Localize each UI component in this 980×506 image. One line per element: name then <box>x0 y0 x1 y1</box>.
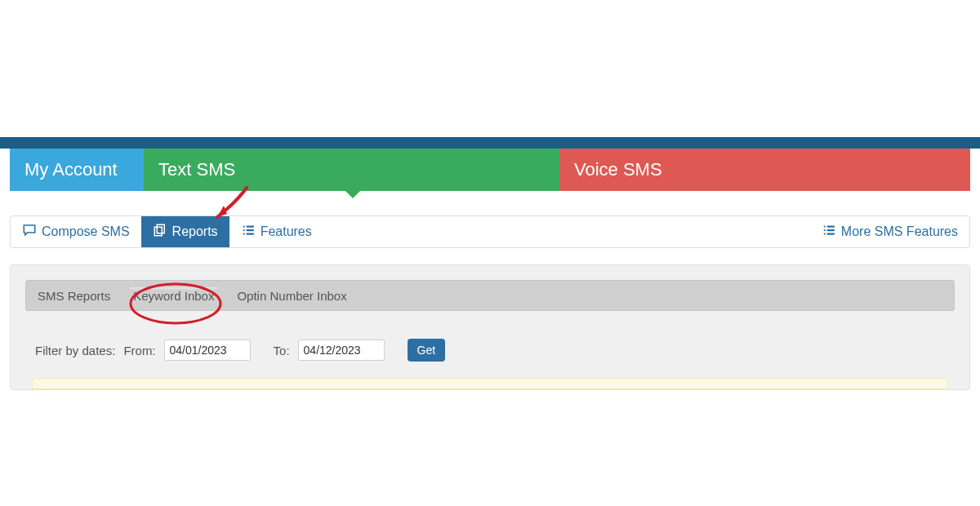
more-sms-features-label: More SMS Features <box>841 224 958 239</box>
from-label: From: <box>123 344 155 357</box>
tab-my-account-label: My Account <box>24 159 118 180</box>
main-tab-bar: My Account Text SMS Voice SMS <box>10 149 970 191</box>
tab-voice-sms[interactable]: Voice SMS <box>559 149 970 191</box>
top-blue-strip <box>0 137 980 149</box>
more-sms-features-button[interactable]: More SMS Features <box>810 216 969 247</box>
speech-bubble-icon <box>22 223 37 241</box>
list-icon <box>241 223 256 241</box>
blank-header-area <box>0 0 980 137</box>
get-button-label: Get <box>417 344 436 357</box>
from-date-input[interactable] <box>164 340 251 361</box>
reports-button[interactable]: Reports <box>141 216 229 247</box>
inner-tab-keyword-inbox-label: Keyword Inbox <box>133 289 214 303</box>
notice-strip <box>32 378 948 389</box>
features-label: Features <box>261 224 312 239</box>
tab-my-account[interactable]: My Account <box>10 149 144 191</box>
tab-voice-sms-label: Voice SMS <box>574 159 662 180</box>
list-icon <box>822 223 836 241</box>
tab-text-sms[interactable]: Text SMS <box>144 149 559 191</box>
reports-label: Reports <box>172 224 218 239</box>
svg-rect-1 <box>154 227 162 236</box>
filter-label: Filter by dates: <box>35 344 115 357</box>
inner-tab-keyword-inbox[interactable]: Keyword Inbox <box>133 289 214 303</box>
sub-toolbar: Compose SMS Reports Features More SMS Fe… <box>10 215 970 248</box>
inner-tab-bar: SMS Reports Keyword Inbox Optin Number I… <box>25 280 955 311</box>
get-button[interactable]: Get <box>408 339 446 362</box>
tab-text-sms-label: Text SMS <box>158 159 235 180</box>
inner-tab-optin-inbox[interactable]: Optin Number Inbox <box>237 289 346 303</box>
copy-pages-icon <box>153 223 167 241</box>
filter-row: Filter by dates: From: To: Get <box>35 339 955 362</box>
inner-tab-sms-reports[interactable]: SMS Reports <box>38 289 110 303</box>
features-button[interactable]: Features <box>229 216 323 247</box>
to-date-input[interactable] <box>298 340 385 361</box>
compose-sms-button[interactable]: Compose SMS <box>11 216 141 247</box>
inner-tab-sms-reports-label: SMS Reports <box>38 289 110 303</box>
toolbar-spacer <box>323 216 810 247</box>
to-label: To: <box>274 344 290 357</box>
svg-rect-0 <box>157 224 164 233</box>
inner-tab-optin-inbox-label: Optin Number Inbox <box>237 289 346 303</box>
compose-sms-label: Compose SMS <box>42 224 130 239</box>
content-panel: SMS Reports Keyword Inbox Optin Number I… <box>10 264 970 390</box>
